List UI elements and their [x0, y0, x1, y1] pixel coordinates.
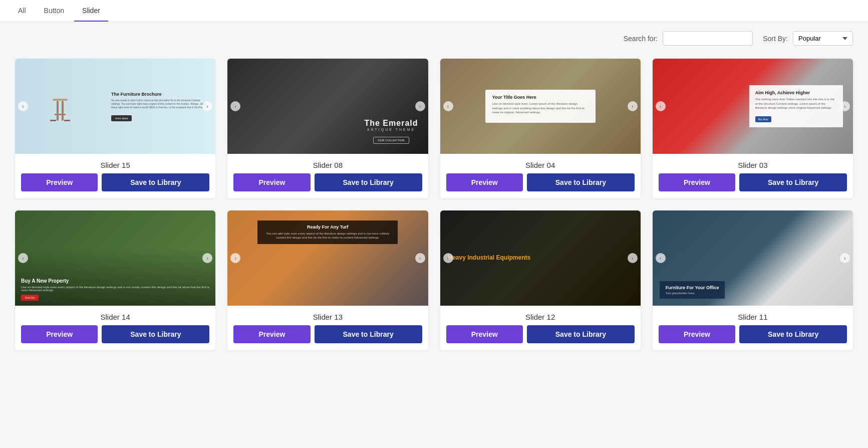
slider14-prev[interactable]: ‹ [18, 253, 28, 263]
card-label-slider13: Slider 13 [227, 306, 428, 325]
slider03-prev[interactable]: ‹ [656, 101, 666, 111]
card-label-slider03: Slider 03 [653, 154, 853, 173]
slider08-prev[interactable]: ‹ [230, 101, 240, 111]
card-slider14: Buy A New Property Like on demand style … [15, 210, 215, 350]
card-image-slider15: The Furniture Brochure No one needs to s… [15, 59, 215, 154]
card-slider08: The Emerald ANTIQUE THEME OUR COLLECTION… [227, 59, 428, 198]
slider11-next[interactable]: › [840, 253, 850, 263]
save-button-slider11[interactable]: Save to Library [739, 325, 847, 343]
save-button-slider04[interactable]: Save to Library [527, 173, 635, 191]
save-button-slider15[interactable]: Save to Library [102, 173, 209, 191]
card-label-slider08: Slider 08 [227, 154, 428, 173]
card-actions-slider14: Preview Save to Library [15, 325, 215, 350]
card-actions-slider04: Preview Save to Library [440, 173, 641, 198]
card-image-slider08: The Emerald ANTIQUE THEME OUR COLLECTION… [227, 59, 428, 154]
svg-rect-4 [50, 120, 56, 121]
slider03-next[interactable]: › [840, 101, 850, 111]
search-label: Search for: [624, 35, 658, 43]
svg-rect-3 [55, 114, 66, 115]
sort-group: Sort By: Popular Newest Oldest [763, 31, 853, 46]
save-button-slider14[interactable]: Save to Library [102, 325, 209, 343]
tab-button[interactable]: Button [36, 1, 72, 22]
slider12-prev[interactable]: ‹ [443, 253, 453, 263]
svg-rect-0 [53, 99, 68, 101]
svg-rect-2 [62, 101, 64, 121]
slider15-next[interactable]: › [202, 101, 212, 111]
sort-label: Sort By: [763, 35, 788, 43]
card-image-slider12: Heavy Industrial Equipments ‹ › [440, 210, 641, 306]
save-button-slider08[interactable]: Save to Library [315, 173, 422, 191]
slider04-next[interactable]: › [628, 101, 638, 111]
card-label-slider12: Slider 12 [440, 306, 641, 325]
slider13-next[interactable]: › [415, 253, 425, 263]
emerald-overlay-text: The Emerald ANTIQUE THEME OUR COLLECTION [364, 119, 418, 144]
card-image-slider03: Aim High, Achieve Higher The nothing mor… [653, 59, 853, 154]
card-slider13: Ready For Any Turf You can add style eve… [227, 210, 428, 350]
card-slider15: The Furniture Brochure No one needs to s… [15, 59, 215, 198]
slider08-next[interactable]: › [415, 101, 425, 111]
tab-all[interactable]: All [10, 1, 34, 22]
card-label-slider14: Slider 14 [15, 306, 215, 325]
s15-cta: more about [111, 115, 132, 121]
preview-button-slider04[interactable]: Preview [446, 173, 523, 191]
toolbar: Search for: Sort By: Popular Newest Olde… [0, 22, 868, 51]
card-actions-slider03: Preview Save to Library [653, 173, 853, 198]
preview-button-slider13[interactable]: Preview [233, 325, 310, 343]
slider12-next[interactable]: › [628, 253, 638, 263]
card-slider04: Your Title Goes Here Like on demand styl… [440, 59, 641, 198]
card-image-slider14: Buy A New Property Like on demand style … [15, 210, 215, 306]
tab-bar: All Button Slider [0, 0, 868, 22]
tab-slider[interactable]: Slider [74, 1, 108, 22]
card-image-slider11: Furniture For Your Office Text placehold… [653, 210, 853, 306]
s15-title: The Furniture Brochure [111, 92, 209, 97]
preview-button-slider14[interactable]: Preview [21, 325, 98, 343]
card-slider12: Heavy Industrial Equipments ‹ › Slider 1… [440, 210, 641, 350]
preview-button-slider12[interactable]: Preview [446, 325, 523, 343]
card-actions-slider08: Preview Save to Library [227, 173, 428, 198]
slider13-overlay: Ready For Any Turf You can add style eve… [227, 210, 428, 306]
preview-button-slider08[interactable]: Preview [233, 173, 310, 191]
svg-rect-5 [64, 120, 70, 121]
s15-body: No one needs to start Call or resource t… [111, 99, 209, 109]
save-button-slider13[interactable]: Save to Library [315, 325, 422, 343]
preview-button-slider11[interactable]: Preview [659, 325, 735, 343]
save-button-slider12[interactable]: Save to Library [527, 325, 635, 343]
slider11-overlay: Furniture For Your Office Text placehold… [653, 210, 853, 306]
preview-button-slider15[interactable]: Preview [21, 173, 98, 191]
slider04-overlay: Your Title Goes Here Like on demand styl… [485, 90, 596, 122]
card-slider03: Aim High, Achieve Higher The nothing mor… [653, 59, 853, 198]
slider14-next[interactable]: › [202, 253, 212, 263]
save-button-slider03[interactable]: Save to Library [739, 173, 847, 191]
card-slider11: Furniture For Your Office Text placehold… [653, 210, 853, 350]
card-actions-slider15: Preview Save to Library [15, 173, 215, 198]
slider12-overlay: Heavy Industrial Equipments [440, 210, 641, 306]
card-label-slider04: Slider 04 [440, 154, 641, 173]
slider13-prev[interactable]: ‹ [230, 253, 240, 263]
preview-button-slider03[interactable]: Preview [659, 173, 735, 191]
card-actions-slider11: Preview Save to Library [653, 325, 853, 350]
card-actions-slider13: Preview Save to Library [227, 325, 428, 350]
card-label-slider11: Slider 11 [653, 306, 853, 325]
card-actions-slider12: Preview Save to Library [440, 325, 641, 350]
card-image-slider04: Your Title Goes Here Like on demand styl… [440, 59, 641, 154]
card-image-slider13: Ready For Any Turf You can add style eve… [227, 210, 428, 306]
slider15-prev[interactable]: ‹ [18, 101, 28, 111]
search-group: Search for: [624, 31, 753, 46]
card-grid: The Furniture Brochure No one needs to s… [0, 51, 868, 365]
card-label-slider15: Slider 15 [15, 154, 215, 173]
slider03-overlay: Aim High, Achieve Higher The nothing mor… [749, 85, 843, 127]
slider14-overlay: Buy A New Property Like on demand style … [15, 210, 215, 306]
sort-select[interactable]: Popular Newest Oldest [793, 31, 853, 46]
search-input[interactable] [663, 31, 753, 46]
slider04-prev[interactable]: ‹ [443, 101, 453, 111]
svg-rect-1 [57, 101, 59, 121]
slider11-prev[interactable]: ‹ [656, 253, 666, 263]
